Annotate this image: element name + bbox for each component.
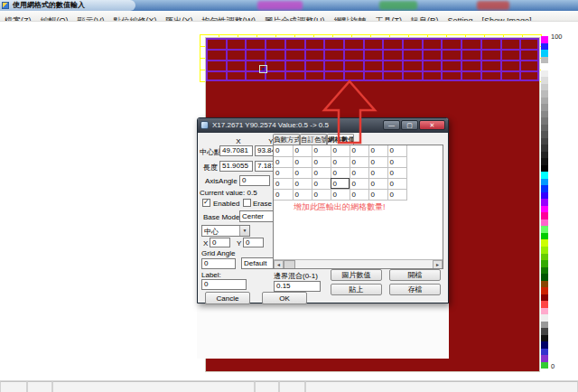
color-swatch[interactable] [541,125,548,132]
grid-cell[interactable]: 0 [350,189,368,200]
grid-cell[interactable]: 0 [293,178,312,189]
color-swatch[interactable] [541,335,548,342]
color-swatch[interactable] [541,57,548,64]
color-scale-bar[interactable] [541,36,548,369]
color-swatch[interactable] [541,50,548,57]
color-swatch[interactable] [541,274,548,281]
close-button[interactable]: ✕ [419,120,445,130]
color-swatch[interactable] [541,192,548,200]
color-swatch[interactable] [541,328,548,335]
boundary-blend-field[interactable]: 0.15 [274,281,321,292]
cancel-button[interactable]: Cancle [205,292,250,304]
menu-item[interactable]: 工具(T) [371,16,407,22]
grid-cell[interactable]: 0 [331,189,350,200]
menu-item[interactable]: 訊息(R) [406,16,443,22]
color-swatch[interactable] [541,362,548,369]
tab-0[interactable]: 負數方式 [273,134,300,145]
maximize-button[interactable]: ▢ [401,120,418,130]
menu-item[interactable]: 均勻性調整(W) [198,16,261,22]
save-file-button[interactable]: 存檔 [389,284,441,295]
color-swatch[interactable] [541,36,548,43]
menu-item[interactable]: 編輯(Q) [36,16,73,22]
color-swatch[interactable] [541,111,548,118]
grid-cell[interactable]: 0 [331,178,350,189]
grid-cell[interactable]: 0 [274,145,293,156]
grid-cell[interactable]: 0 [293,145,312,156]
color-swatch[interactable] [541,206,548,213]
color-swatch[interactable] [541,341,548,349]
grid-cell[interactable]: 0 [368,167,387,178]
color-swatch[interactable] [541,138,548,145]
enabled-checkbox[interactable]: ✓ [202,199,210,207]
grid-cell[interactable]: 0 [274,156,293,167]
color-swatch[interactable] [541,158,548,165]
center-x-field[interactable]: 49.7081 [219,145,253,156]
color-swatch[interactable] [541,84,548,91]
color-swatch[interactable] [541,70,548,78]
menu-item[interactable]: 顯示(V) [73,16,109,22]
color-swatch[interactable] [541,117,548,125]
color-swatch[interactable] [541,226,548,233]
grid-cell[interactable]: 0 [368,145,387,156]
menu-item[interactable]: [Show Image] [478,16,536,22]
color-swatch[interactable] [541,254,548,261]
offset-x-field[interactable]: 0 [210,238,230,247]
grid-cell[interactable]: 0 [350,156,368,167]
grid-cell[interactable]: 0 [387,189,406,200]
erase-dots-checkbox[interactable] [243,199,251,207]
grid-cell[interactable]: 0 [312,145,331,156]
color-swatch[interactable] [541,308,548,315]
offset-y-field[interactable]: 0 [243,238,264,247]
color-swatch[interactable] [541,145,548,152]
color-swatch[interactable] [541,294,548,302]
color-swatch[interactable] [541,349,548,356]
color-swatch[interactable] [541,131,548,138]
grid-cell[interactable]: 0 [387,156,406,167]
paste-button[interactable]: 貼上 [331,284,382,295]
color-swatch[interactable] [541,287,548,294]
grid-cell[interactable]: 0 [293,189,312,200]
open-file-button[interactable]: 開檔 [389,269,441,281]
image-values-button[interactable]: 圖片數值 [331,269,382,281]
color-swatch[interactable] [541,239,548,247]
grid-cell[interactable]: 0 [387,145,406,156]
grid-cell[interactable]: 0 [331,167,350,178]
color-swatch[interactable] [541,247,548,254]
grid-cell[interactable]: 0 [368,189,387,200]
grid-cell[interactable]: 0 [293,167,312,178]
menu-item[interactable]: 網點旋轉 [330,16,371,22]
grid-cell[interactable]: 0 [312,156,331,167]
scrollbar-thumb[interactable] [284,260,295,269]
color-swatch[interactable] [541,63,548,70]
color-swatch[interactable] [541,172,548,179]
grid-cell[interactable]: 0 [350,145,368,156]
grid-cell[interactable]: 0 [293,156,312,167]
color-swatch[interactable] [541,355,548,362]
color-swatch[interactable] [541,104,548,111]
color-swatch[interactable] [541,199,548,206]
color-swatch[interactable] [541,43,548,51]
grid-angle-field[interactable]: 0 [201,258,236,269]
grid-cell[interactable]: 0 [387,167,406,178]
menu-item[interactable]: 圖片合成調整(U) [260,16,330,22]
anchor-select[interactable]: 中心 ▼ [201,225,250,237]
grid-cell[interactable]: 0 [387,178,406,189]
color-swatch[interactable] [541,152,548,159]
grid-cell[interactable]: 0 [368,178,387,189]
length-x-field[interactable]: 51.9055 [219,161,253,172]
color-swatch[interactable] [541,219,548,227]
grid-cell[interactable]: 0 [350,167,368,178]
grid-cell[interactable]: 0 [368,156,387,167]
grid-cell[interactable]: 0 [312,178,331,189]
horizontal-scrollbar[interactable]: ◄ ► [274,259,443,269]
grid-cell[interactable]: 0 [274,178,293,189]
color-swatch[interactable] [541,281,548,288]
color-swatch[interactable] [541,233,548,240]
grid-cell[interactable]: 0 [331,156,350,167]
minimize-button[interactable]: — [383,120,400,130]
color-swatch[interactable] [541,322,548,329]
grid-cell[interactable]: 0 [274,167,293,178]
color-swatch[interactable] [541,165,548,173]
menu-item[interactable]: Setting [443,16,478,22]
color-swatch[interactable] [541,267,548,275]
